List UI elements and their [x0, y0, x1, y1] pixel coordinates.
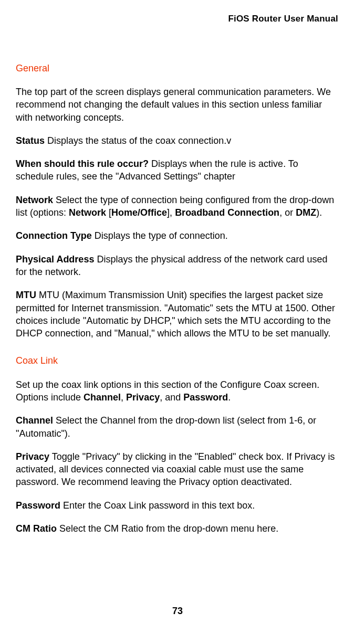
network-option-3: Broadband Connection — [175, 207, 279, 218]
network-text-4: , or — [279, 207, 296, 218]
when-rule-label: When should this rule occur? — [16, 159, 149, 169]
network-label: Network — [16, 195, 53, 205]
network-paragraph: Network Select the type of connection be… — [16, 194, 338, 219]
privacy-label: Privacy — [16, 451, 49, 462]
network-option-2: Home/Office — [111, 207, 167, 218]
cm-ratio-text: Select the CM Ratio from the drop-down m… — [57, 523, 278, 534]
coax-option-privacy: Privacy — [126, 392, 160, 403]
section-heading-coax: Coax Link — [16, 354, 338, 367]
network-option-1: Network — [69, 207, 106, 218]
network-text-3: ], — [167, 207, 175, 218]
mtu-label: MTU — [16, 290, 36, 300]
coax-intro-text-4: . — [228, 392, 231, 403]
network-option-4: DMZ — [296, 207, 316, 218]
physical-address-label: Physical Address — [16, 254, 94, 265]
password-paragraph: Password Enter the Coax Link password in… — [16, 499, 338, 512]
privacy-paragraph: Privacy Toggle "Privacy" by clicking in … — [16, 450, 338, 489]
channel-text: Select the Channel from the drop-down li… — [16, 415, 316, 438]
network-text-2: [ — [106, 207, 111, 218]
privacy-text: Toggle "Privacy" by clicking in the "Ena… — [16, 451, 335, 488]
section-heading-general: General — [16, 62, 338, 75]
mtu-text: MTU (Maximum Transmission Unit) specifie… — [16, 290, 335, 339]
cm-ratio-paragraph: CM Ratio Select the CM Ratio from the dr… — [16, 522, 338, 535]
physical-address-paragraph: Physical Address Displays the physical a… — [16, 253, 338, 279]
status-text: Displays the status of the coax connecti… — [45, 135, 231, 146]
channel-paragraph: Channel Select the Channel from the drop… — [16, 414, 338, 440]
coax-intro-text-3: , and — [160, 392, 183, 403]
password-label: Password — [16, 500, 60, 511]
cm-ratio-label: CM Ratio — [16, 523, 57, 534]
connection-type-label: Connection Type — [16, 230, 92, 241]
mtu-paragraph: MTU MTU (Maximum Transmission Unit) spec… — [16, 289, 338, 340]
status-label: Status — [16, 135, 45, 146]
document-header: FiOS Router User Manual — [16, 13, 338, 25]
general-intro-paragraph: The top part of the screen displays gene… — [16, 86, 338, 124]
coax-intro-paragraph: Set up the coax link options in this sec… — [16, 378, 338, 404]
coax-option-password: Password — [183, 392, 228, 403]
status-paragraph: Status Displays the status of the coax c… — [16, 134, 338, 147]
coax-intro-text-2: , — [121, 392, 126, 403]
when-rule-paragraph: When should this rule occur? Displays wh… — [16, 157, 338, 183]
network-text-5: ). — [316, 207, 322, 218]
password-text: Enter the Coax Link password in this tex… — [60, 500, 255, 511]
page-number: 73 — [172, 605, 183, 618]
connection-type-paragraph: Connection Type Displays the type of con… — [16, 229, 338, 242]
coax-option-channel: Channel — [83, 392, 121, 403]
connection-type-text: Displays the type of connection. — [92, 230, 228, 241]
channel-label: Channel — [16, 415, 53, 426]
